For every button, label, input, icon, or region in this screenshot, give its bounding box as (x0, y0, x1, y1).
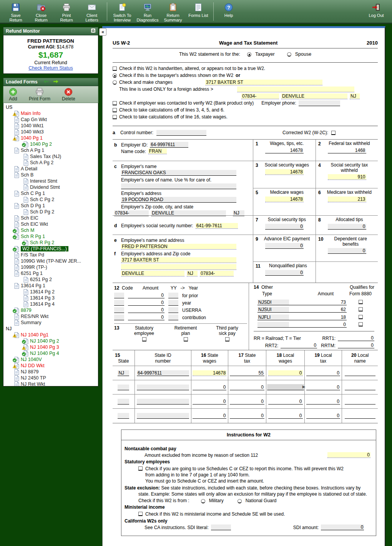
local-name-field-4[interactable] (345, 413, 375, 419)
name-code-field[interactable]: FRAN (148, 148, 167, 154)
tree-item-sch-eic[interactable]: Sch EIC (5, 215, 97, 221)
box-8-field[interactable]: 0 (328, 224, 366, 230)
retirement-plan-checkbox[interactable] (184, 337, 188, 341)
tree-item-1040-wkt3[interactable]: 1040 Wkt3 (5, 129, 97, 135)
tree-item-1040-pg-1[interactable]: 1040 Pg 1 (5, 135, 97, 141)
tree-item-6251-pg-1[interactable]: 6251 Pg 1 (5, 270, 97, 276)
employee-street2-field[interactable] (121, 264, 236, 270)
sdi-amount-field[interactable]: 0 (321, 524, 364, 530)
box14-amount-field-3[interactable]: 18 (289, 315, 347, 320)
save-return-button[interactable]: SaveReturn (3, 2, 28, 22)
military-radio[interactable] (201, 499, 205, 503)
forms-list-button[interactable]: Forms List (186, 2, 211, 18)
tree-item-nj-1040-pg1[interactable]: NJ 1040 Pg1 (5, 332, 97, 338)
tree-item-nj-1040v[interactable]: NJ 1040V (5, 356, 97, 363)
tree-item-sch-a-pg-1[interactable]: Sch A Pg 1 (5, 147, 97, 153)
tree-item-main-info[interactable]: Main Info (5, 110, 97, 117)
national-guard-radio[interactable] (238, 499, 242, 503)
box12-amount-field-2[interactable]: 0 (128, 300, 164, 306)
box12-amount-field-1[interactable]: 0 (128, 293, 164, 298)
ministerial-checkbox[interactable] (138, 512, 143, 516)
local-tax-field-1[interactable]: 0 (306, 370, 340, 376)
employer-contacted-checkbox[interactable] (113, 101, 117, 105)
box14-type-field-3[interactable]: NJFLI (257, 315, 289, 320)
box-4-field[interactable]: 910 (328, 174, 366, 180)
employee-name-field[interactable]: FRED P PATTERSON (121, 244, 236, 250)
tree-item-1040-pg-2[interactable]: 1040 Pg 2 (5, 141, 97, 147)
local-tax-field-3[interactable]: 0 (306, 399, 340, 405)
box-9-field[interactable]: 0 (265, 243, 304, 249)
calc-off-16-checkbox[interactable] (113, 115, 117, 119)
calc-off-3456-checkbox[interactable] (113, 108, 117, 112)
box14-amount-field-4[interactable]: 0 (289, 322, 347, 328)
employer-city-field[interactable]: DENVILLE (151, 210, 226, 216)
client-letters-button[interactable]: ClientLetters (79, 2, 105, 22)
box-3-field[interactable]: 14678 (265, 169, 304, 175)
box-1-field[interactable]: 14678 (265, 148, 304, 153)
state-field-1[interactable]: NJ (118, 370, 129, 376)
tree-item-us[interactable]: US (5, 104, 97, 110)
back-arrow-icon[interactable] (43, 79, 49, 85)
local-wages-field-4[interactable]: 0 (268, 413, 303, 419)
box12-amount-field-4[interactable]: 0 (128, 315, 164, 320)
tree-item-summary[interactable]: Summary (5, 320, 97, 326)
form8880-checkbox-4[interactable] (359, 322, 363, 326)
corrected-w2-checkbox[interactable] (331, 131, 336, 135)
state-wages-field-4[interactable]: 0 (193, 413, 226, 419)
tree-item-nj-1040-pg-2[interactable]: NJ 1040 Pg 2 (5, 338, 97, 344)
tree-item-nj-1040-pg-3[interactable]: NJ 1040 Pg 3 (5, 344, 97, 350)
state-field-3[interactable] (118, 399, 129, 405)
box12-yy-field-1[interactable] (168, 293, 178, 298)
collapse-panel-icon[interactable] (91, 28, 96, 34)
print-return-button[interactable]: PrintReturn (54, 2, 79, 22)
sdi-literal-field[interactable] (211, 524, 231, 530)
box14-amount-field-1[interactable]: 73 (289, 300, 347, 305)
tree-item-sch-b[interactable]: Sch B (5, 172, 97, 178)
form8880-checkbox-2[interactable] (359, 307, 363, 311)
tree-item-nj-ret-wkt[interactable]: NJ Ret Wkt (5, 381, 97, 386)
box-10-field[interactable]: 0 (328, 248, 366, 254)
employee-state-field[interactable]: NJ (187, 271, 198, 276)
tree-item-sch-d-pg-1[interactable]: Sch D Pg 1 (5, 203, 97, 209)
tree-item-1040-wkt1[interactable]: 1040 Wkt1 (5, 123, 97, 129)
rrt1-field[interactable]: 0 (338, 335, 374, 341)
state-field-4[interactable] (118, 413, 129, 419)
tree-item-cap-gn-wkt[interactable]: Cap Gn Wkt (5, 117, 97, 123)
tree-item-sch-c-pg-1[interactable]: Sch C Pg 1 (5, 190, 97, 196)
statutory-employee-checkbox[interactable] (142, 337, 146, 341)
form8880-checkbox-3[interactable] (359, 315, 363, 319)
tree-item-sales-tax-nj[interactable]: Sales Tax (NJ) (5, 153, 97, 160)
box12-yy-field-2[interactable] (168, 300, 178, 306)
box12-amount-field-3[interactable]: 0 (128, 307, 164, 313)
tree-item-6251-pg-2[interactable]: 6251 Pg 2 (5, 276, 97, 283)
tree-item-13614-pg-2[interactable]: 13614 Pg 2 (5, 289, 97, 295)
employer-state-field[interactable]: NJ (233, 210, 244, 216)
box14-type-field-1[interactable]: NJSDI (257, 300, 289, 305)
tree-item-8879[interactable]: 8879 (5, 307, 97, 313)
tree-item-sch-a-pg-2[interactable]: Sch A Pg 2 (5, 160, 97, 166)
handwritten-checkbox[interactable] (113, 67, 117, 71)
combat-pay-field[interactable]: 0 (327, 452, 370, 458)
form8880-checkbox-1[interactable] (359, 300, 363, 304)
tree-item-nj[interactable]: NJ (5, 326, 97, 332)
state-wages-field-2[interactable]: 0 (193, 385, 226, 390)
box12-yy-field-3[interactable] (168, 307, 178, 313)
tree-item-13614-pg-3[interactable]: 13614 Pg 3 (5, 295, 97, 301)
local-name-field-2[interactable] (345, 385, 375, 390)
tree-item-sch-r-pg-1[interactable]: Sch R Pg 1 (5, 233, 97, 240)
tree-item-dividend-stmt[interactable]: Dividend Stmt (5, 184, 97, 190)
address-shown-radio[interactable] (113, 73, 117, 78)
employer-phone-field[interactable] (299, 100, 340, 106)
street-address-field[interactable]: 3717 BAXTER ST (205, 80, 322, 85)
tree-item-w2-tp-francis[interactable]: W2 (TP-FRANCIS...) (5, 246, 97, 252)
state-field-2[interactable] (118, 385, 129, 390)
local-wages-field-3[interactable]: 0 (268, 399, 303, 405)
return-summary-button[interactable]: ReturnSummary (160, 2, 186, 22)
tree-item-sch-c-pg-2[interactable]: Sch C Pg 2 (5, 196, 97, 203)
employee-street-field[interactable]: 3717 BAXTER ST (121, 257, 236, 263)
state-wages-field-1[interactable]: 14678 (193, 370, 226, 376)
state-id-field-1[interactable]: 64-9997611 (137, 370, 189, 376)
tree-item-sch-r-pg-2[interactable]: Sch R Pg 2 (5, 240, 97, 246)
tree-item-nj-dd-wkt[interactable]: NJ DD Wkt (5, 363, 97, 369)
box12-yy-field-4[interactable] (168, 315, 178, 320)
